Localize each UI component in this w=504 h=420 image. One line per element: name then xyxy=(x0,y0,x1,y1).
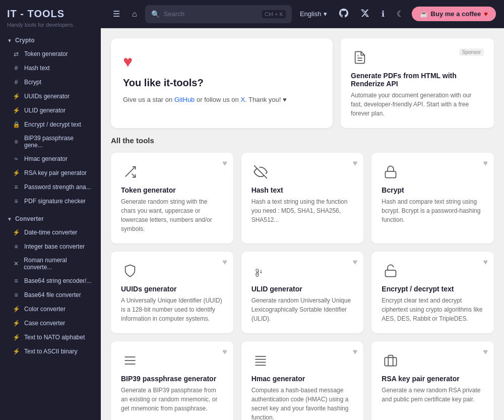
twitter-icon[interactable] xyxy=(356,6,373,23)
sidebar-item-label: Color converter xyxy=(24,306,66,313)
sidebar-section-converter: ▼ Converter ⚡ Date-time converter ≡ Inte… xyxy=(0,210,101,361)
cards-grid: ♥ Token generator Generate random string… xyxy=(111,153,494,420)
sidebar: IT - TOOLS Handy tools for developers ▼ … xyxy=(0,0,101,420)
card-icon xyxy=(382,262,400,280)
date-icon: ⚡ xyxy=(12,228,20,236)
sidebar-item-date-time[interactable]: ⚡ Date-time converter xyxy=(0,225,101,239)
sidebar-item-rsa[interactable]: ⚡ RSA key pair generator xyxy=(0,166,101,180)
search-box: 🔍 Ctrl + K xyxy=(145,5,292,23)
card-icon xyxy=(121,163,139,181)
info-icon[interactable]: ℹ xyxy=(377,6,389,22)
hero-card: ♥ You like it-tools? Give us a star on G… xyxy=(111,38,333,128)
sidebar-item-password-strength[interactable]: ≡ Password strength ana... xyxy=(0,180,101,194)
home-button[interactable]: ⌂ xyxy=(128,7,141,22)
uuid-icon: ⚡ xyxy=(12,92,20,100)
sidebar-item-label: Text to NATO alphabet xyxy=(24,334,85,341)
shuffle-icon: ⇄ xyxy=(12,50,20,58)
color-icon: ⚡ xyxy=(12,305,20,313)
card-encrypt-decrypt[interactable]: ♥ Encrypt / decrypt text Encrypt clear t… xyxy=(371,252,494,333)
favorite-button[interactable]: ♥ xyxy=(353,159,358,168)
card-desc: Generate random Universally Unique Lexic… xyxy=(251,296,354,323)
favorite-button[interactable]: ♥ xyxy=(222,258,227,267)
github-icon[interactable] xyxy=(335,6,352,23)
sidebar-item-bip39[interactable]: ≡ BIP39 passphrase gene... xyxy=(0,132,101,152)
card-title: BIP39 passphrase generator xyxy=(121,375,223,383)
favorite-button[interactable]: ♥ xyxy=(483,347,488,356)
favorite-button[interactable]: ♥ xyxy=(353,347,358,356)
card-icon xyxy=(121,351,139,370)
sidebar-item-roman-numeral[interactable]: ✕ Roman numeral converte... xyxy=(0,254,101,274)
svg-rect-16 xyxy=(385,357,397,366)
card-ulid-generator[interactable]: ♥ 9↓ 0 ULID generator Generate random Un… xyxy=(241,252,364,333)
sponsor-badge: Sponsor xyxy=(459,48,484,56)
card-hmac-generator[interactable]: ♥ Hmac generator Computes a hash-based m… xyxy=(241,341,364,420)
sidebar-item-text-nato[interactable]: ⚡ Text to NATO alphabet xyxy=(0,330,101,344)
sidebar-item-ulid-generator[interactable]: ⚡ ULID generator xyxy=(0,103,101,117)
sidebar-item-uuids-generator[interactable]: ⚡ UUIDs generator xyxy=(0,89,101,103)
card-icon xyxy=(251,163,270,181)
favorite-button[interactable]: ♥ xyxy=(483,258,488,267)
card-bcrypt[interactable]: ♥ Bcrypt Hash and compare text string us… xyxy=(371,153,494,244)
sidebar-item-case-converter[interactable]: ⚡ Case converter xyxy=(0,316,101,330)
sidebar-item-base64-file[interactable]: ≡ Base64 file converter xyxy=(0,288,101,302)
sidebar-section-header-converter[interactable]: ▼ Converter xyxy=(0,212,101,225)
favorite-button[interactable]: ♥ xyxy=(483,159,488,168)
coffee-button[interactable]: ☕ Buy me a coffee ♥ xyxy=(412,7,496,21)
content-area: ♥ You like it-tools? Give us a star on G… xyxy=(101,28,504,420)
sidebar-section-label-converter: Converter xyxy=(15,215,44,222)
card-token-generator[interactable]: ♥ Token generator Generate random string… xyxy=(111,153,233,244)
card-title: UUIDs generator xyxy=(121,285,223,293)
sidebar-item-label: Bcrypt xyxy=(24,79,41,86)
github-link[interactable]: GitHub xyxy=(174,96,195,103)
sidebar-item-label: Hmac generator xyxy=(24,155,68,162)
chevron-icon: ▼ xyxy=(7,38,12,43)
hmac-icon: ≈ xyxy=(12,155,20,163)
favorite-button[interactable]: ♥ xyxy=(353,258,358,267)
chevron-down-icon: ▾ xyxy=(324,10,327,18)
favorite-button[interactable]: ♥ xyxy=(222,347,227,356)
card-icon xyxy=(251,351,270,370)
sidebar-item-label: RSA key pair generator xyxy=(24,169,87,176)
twitter-link[interactable]: X xyxy=(240,96,245,103)
sidebar-item-hmac[interactable]: ≈ Hmac generator xyxy=(0,152,101,166)
menu-button[interactable]: ☰ xyxy=(109,6,124,22)
sidebar-item-hash-text[interactable]: # Hash text xyxy=(0,61,101,75)
sidebar-item-token-generator[interactable]: ⇄ Token generator xyxy=(0,47,101,61)
search-shortcut: Ctrl + K xyxy=(262,10,286,18)
sidebar-item-text-ascii[interactable]: ⚡ Text to ASCII binary xyxy=(0,344,101,358)
sidebar-item-pdf-signature[interactable]: ≡ PDF signature checker xyxy=(0,194,101,208)
b64f-icon: ≡ xyxy=(12,291,20,299)
card-title: RSA key pair generator xyxy=(382,375,484,383)
sidebar-item-label: Token generator xyxy=(24,50,68,57)
sidebar-item-bcrypt[interactable]: # Bcrypt xyxy=(0,75,101,89)
app-title: IT - TOOLS xyxy=(7,8,94,20)
ulid-icon: ⚡ xyxy=(12,106,20,114)
sidebar-item-base64-string[interactable]: ≡ Base64 string encoder/... xyxy=(0,274,101,288)
card-desc: A Universally Unique Identifier (UUID) i… xyxy=(121,296,223,323)
base-icon: ≡ xyxy=(12,243,20,251)
sidebar-item-integer-base[interactable]: ≡ Integer base converter xyxy=(0,239,101,254)
search-input[interactable] xyxy=(164,10,258,18)
sidebar-section-header-crypto[interactable]: ▼ Crypto xyxy=(0,34,101,47)
favorite-button[interactable]: ♥ xyxy=(222,159,227,168)
card-icon xyxy=(382,351,400,370)
card-bip39[interactable]: ♥ BIP39 passphrase generator Generate a … xyxy=(111,341,233,420)
sidebar-item-label: Roman numeral converte... xyxy=(24,257,94,271)
language-button[interactable]: English ▾ xyxy=(296,7,331,21)
sidebar-item-label: Base64 string encoder/... xyxy=(24,277,91,284)
pdf-icon: ≡ xyxy=(12,197,20,205)
card-rsa-key-pair[interactable]: ♥ RSA key pair generator Generate a new … xyxy=(371,341,494,420)
card-title: Token generator xyxy=(121,186,223,194)
card-uuids-generator[interactable]: ♥ UUIDs generator A Universally Unique I… xyxy=(111,252,233,333)
theme-icon[interactable]: ☾ xyxy=(393,6,408,22)
sponsor-card: Sponsor Generate PDFs from HTML with Ren… xyxy=(341,38,494,128)
sidebar-item-encrypt-decrypt[interactable]: 🔒 Encrypt / decrypt text xyxy=(0,117,101,132)
card-title: Encrypt / decrypt text xyxy=(382,285,484,293)
card-hash-text[interactable]: ♥ Hash text Hash a text string using the… xyxy=(241,153,364,244)
main-area: ☰ ⌂ 🔍 Ctrl + K English ▾ ℹ ☾ ☕ Buy me a … xyxy=(101,0,504,420)
sidebar-item-color-converter[interactable]: ⚡ Color converter xyxy=(0,302,101,316)
b64s-icon: ≡ xyxy=(12,277,20,285)
rsa-icon: ⚡ xyxy=(12,169,20,177)
sidebar-item-label: BIP39 passphrase gene... xyxy=(24,135,94,149)
hero-heart-icon: ♥ xyxy=(123,52,321,71)
